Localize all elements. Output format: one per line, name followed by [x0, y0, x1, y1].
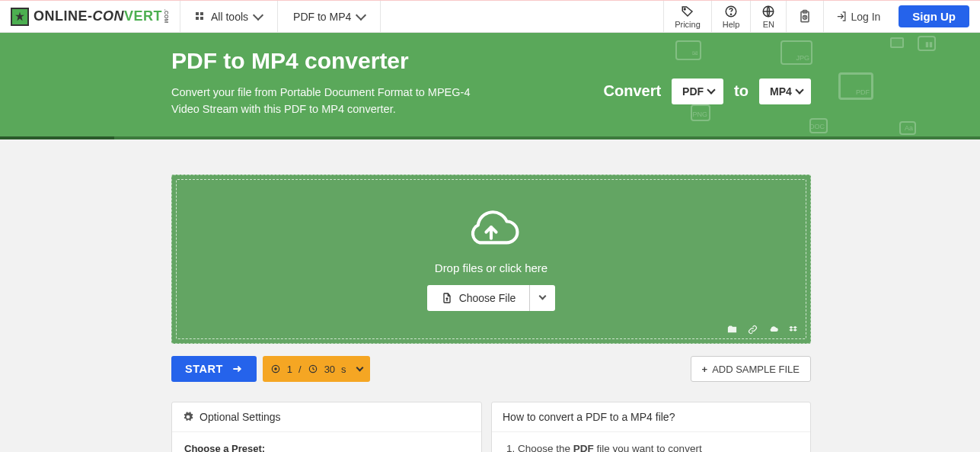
file-count: 1	[287, 364, 292, 375]
clipboard-icon	[797, 9, 812, 24]
login-link[interactable]: Log In	[824, 1, 892, 32]
logo[interactable]: ONLINE-CONVERT .COM	[0, 1, 180, 32]
help-link[interactable]: Help	[711, 1, 751, 32]
current-tool-dropdown[interactable]: PDF to MP4	[278, 1, 381, 32]
brand-text-2: CON	[93, 8, 125, 24]
brand-text-3: VERT	[124, 8, 162, 24]
lang-label: EN	[763, 20, 774, 29]
brand-suffix: .COM	[164, 9, 169, 23]
chevron-down-icon	[253, 9, 263, 20]
help-label: Help	[723, 20, 740, 29]
svg-point-0	[684, 8, 685, 10]
add-sample-button[interactable]: + ADD SAMPLE FILE	[691, 356, 811, 382]
grid-icon	[196, 12, 205, 21]
howto-heading: How to convert a PDF to a MP4 file?	[503, 411, 675, 423]
svg-point-2	[730, 14, 731, 14]
choose-file-button[interactable]: Choose File	[427, 285, 530, 311]
hero-banner: ✉ JPG ▮▮ PDF PNG DOC Aa PDF to MP4 conve…	[0, 33, 980, 139]
pricing-link[interactable]: Pricing	[663, 1, 711, 32]
signup-button[interactable]: Sign Up	[899, 5, 969, 27]
link-icon[interactable]	[747, 324, 758, 335]
chevron-down-icon	[356, 364, 363, 371]
duration-value: 30	[324, 364, 335, 375]
disc-icon	[270, 364, 281, 374]
convert-label: Convert	[604, 82, 662, 100]
howto-step-1: Choose the PDF file you want to convert	[518, 443, 798, 452]
chevron-down-icon	[356, 9, 366, 20]
gear-icon	[183, 412, 193, 422]
arrow-right-icon	[231, 363, 243, 375]
chevron-down-icon	[795, 85, 803, 94]
drop-label: Drop files or click here	[435, 261, 547, 274]
queue-indicator[interactable]: 1 / 30 s	[263, 356, 370, 382]
target-format-value: MP4	[770, 85, 792, 98]
chevron-down-icon	[707, 85, 715, 94]
choose-file-label: Choose File	[459, 292, 516, 304]
brand-text-1: ONLINE-	[34, 8, 93, 24]
all-tools-label: All tools	[211, 11, 248, 23]
pricing-label: Pricing	[675, 20, 701, 29]
globe-icon	[761, 5, 775, 18]
cloud-source-icon[interactable]	[768, 324, 779, 335]
settings-heading: Optional Settings	[200, 411, 281, 423]
page-title: PDF to MP4 converter	[171, 48, 491, 74]
optional-settings-panel: Optional Settings Choose a Preset:	[171, 402, 482, 452]
start-button[interactable]: START	[171, 356, 257, 382]
current-tool-label: PDF to MP4	[293, 11, 351, 23]
source-format-value: PDF	[682, 85, 704, 98]
howto-panel: How to convert a PDF to a MP4 file? Choo…	[491, 402, 811, 452]
svg-point-8	[275, 368, 276, 370]
target-format-dropdown[interactable]: MP4	[759, 79, 811, 104]
chevron-down-icon	[539, 293, 547, 300]
dropbox-icon[interactable]	[788, 324, 800, 335]
login-label: Log In	[851, 11, 880, 23]
login-icon	[836, 11, 848, 22]
start-label: START	[185, 363, 223, 375]
folder-icon[interactable]	[726, 324, 738, 335]
preset-label: Choose a Preset:	[184, 443, 469, 452]
duration-unit: s	[341, 364, 346, 375]
all-tools-dropdown[interactable]: All tools	[180, 1, 278, 32]
help-icon	[724, 5, 738, 18]
page-description: Convert your file from Portable Document…	[171, 85, 491, 118]
upload-cloud-icon	[460, 208, 522, 252]
clock-icon	[308, 364, 318, 374]
to-label: to	[734, 82, 749, 100]
logo-icon	[11, 8, 29, 26]
separator: /	[298, 364, 302, 375]
file-icon	[441, 292, 453, 304]
source-format-dropdown[interactable]: PDF	[672, 79, 723, 104]
choose-file-dropdown[interactable]	[529, 285, 555, 311]
clipboard-button[interactable]	[786, 1, 824, 32]
language-dropdown[interactable]: EN	[750, 1, 786, 32]
tag-icon	[681, 5, 694, 18]
add-sample-label: ADD SAMPLE FILE	[712, 364, 800, 375]
drop-zone[interactable]: Drop files or click here Choose File	[171, 175, 811, 344]
